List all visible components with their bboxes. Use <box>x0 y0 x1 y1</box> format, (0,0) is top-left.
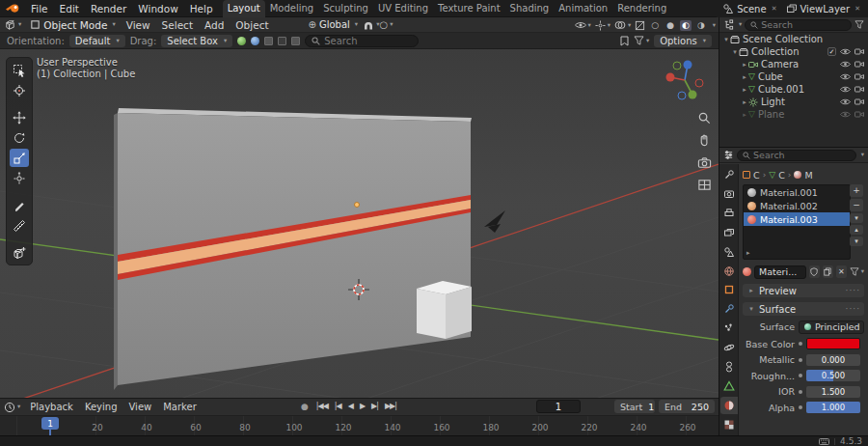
render-visibility-icon[interactable] <box>854 73 864 80</box>
falloff-sphere-icon[interactable] <box>237 37 246 45</box>
collection-checkbox[interactable]: ✓ <box>827 47 836 56</box>
current-frame-field[interactable]: 1 <box>536 400 581 413</box>
workspace-tab-rendering[interactable]: Rendering <box>612 0 671 17</box>
shading-wireframe-button[interactable]: ○ <box>649 20 661 31</box>
eye-icon[interactable] <box>840 98 851 105</box>
rotate-tool[interactable] <box>10 128 29 147</box>
tool-tab[interactable] <box>720 166 738 183</box>
expand-icon[interactable]: ▸ <box>741 61 748 69</box>
filter-funnel-icon[interactable]: ▾ <box>634 36 649 45</box>
menu-help[interactable]: Help <box>184 0 219 17</box>
visibility-icon[interactable]: ▾ <box>575 21 591 29</box>
render-visibility-icon[interactable] <box>854 61 864 68</box>
cursor-tool[interactable] <box>10 81 29 99</box>
menu-window[interactable]: Window <box>132 0 183 17</box>
scene-selector[interactable]: Scene <box>737 4 767 14</box>
browse-material-icon[interactable] <box>743 267 751 276</box>
render-visibility-icon[interactable] <box>854 98 864 105</box>
scale-tool[interactable] <box>10 149 29 167</box>
move-tool[interactable] <box>10 108 29 126</box>
gizmo-y-axis[interactable] <box>689 91 697 99</box>
properties-search[interactable] <box>737 150 856 161</box>
material-slot-row-selected[interactable]: Material.003 <box>744 212 850 226</box>
editor-type-timeline-icon[interactable]: ▾ <box>0 402 24 413</box>
expand-icon[interactable]: ▾ <box>722 36 730 43</box>
workspace-tab-layout[interactable]: Layout <box>223 0 265 17</box>
gizmo-z-neg[interactable] <box>678 92 686 99</box>
move-slot-up-button[interactable]: ▴ <box>850 225 863 235</box>
object-icon[interactable] <box>743 171 750 179</box>
eye-icon[interactable] <box>840 61 851 68</box>
outliner-row-plane[interactable]: ▸ ▽ Plane <box>719 108 868 121</box>
breadcrumb-object[interactable]: C <box>753 170 760 181</box>
light-object[interactable] <box>355 203 360 208</box>
drag-dropdown[interactable]: Select Box ▾ <box>161 35 232 47</box>
ortho-grid-icon[interactable] <box>695 176 713 193</box>
gizmo-z-axis[interactable] <box>684 61 692 70</box>
auto-key-button[interactable]: ● <box>297 402 312 411</box>
play-button[interactable]: ▶ <box>357 401 367 412</box>
decorator-dot[interactable] <box>799 342 802 346</box>
object-tab[interactable] <box>720 282 738 299</box>
constraints-tab[interactable] <box>720 358 738 376</box>
outliner-filter-icon[interactable] <box>854 20 864 29</box>
decorator-dot[interactable] <box>799 374 802 377</box>
zoom-icon[interactable] <box>695 109 713 126</box>
ior-slider[interactable]: 1.500 <box>806 386 860 398</box>
alpha-slider[interactable]: 1.000 <box>806 402 860 413</box>
add-cube-tool[interactable] <box>10 243 29 262</box>
menu-file[interactable]: File <box>25 0 54 17</box>
outliner-row-scene-collection[interactable]: ▾ Scene Collection <box>719 33 868 45</box>
shading-rendered-button[interactable]: ◑ <box>695 20 707 31</box>
transform-tool[interactable] <box>10 169 29 187</box>
eye-icon[interactable] <box>840 48 851 55</box>
pan-hand-icon[interactable] <box>695 131 713 149</box>
object-data-tab[interactable] <box>720 377 738 395</box>
xray-toggle-icon[interactable] <box>635 20 645 31</box>
workspace-tab-compositing[interactable]: Compositing <box>671 0 675 17</box>
eye-icon[interactable] <box>840 86 851 93</box>
outliner-display-mode-icon[interactable]: ▾ <box>739 21 742 28</box>
outliner-row-collection[interactable]: ▾ Collection ✓ <box>719 45 868 58</box>
remove-slot-button[interactable]: − <box>850 199 863 211</box>
search-input[interactable] <box>324 36 412 46</box>
gizmo-y-neg[interactable] <box>673 62 681 70</box>
prev-keyframe-button[interactable]: |◀ <box>332 401 344 412</box>
menu-add[interactable]: Add <box>199 17 230 33</box>
modifiers-tab[interactable] <box>720 300 738 318</box>
workspace-tab-uv-editing[interactable]: UV Editing <box>373 0 433 17</box>
outliner-row-cube[interactable]: ▸ ▽ Cube <box>719 70 868 83</box>
playhead[interactable]: 1 <box>41 417 59 430</box>
camera-object[interactable] <box>484 210 505 233</box>
proportional-editing-icon[interactable]: ○ ▾ <box>379 19 393 30</box>
fake-user-shield-icon[interactable] <box>809 265 820 278</box>
texture-tab[interactable] <box>720 416 738 433</box>
overlays-toggle-icon[interactable]: ▾ <box>614 20 631 30</box>
preview-section-header[interactable]: ▸ Preview ···· <box>743 284 864 297</box>
outliner-search[interactable] <box>745 19 852 31</box>
editor-type-outliner-icon[interactable] <box>723 19 734 30</box>
properties-search-input[interactable] <box>753 150 851 160</box>
outliner-row-light[interactable]: ▸ Light <box>719 96 868 108</box>
viewlayer-unlink-icon[interactable]: ✕ <box>853 5 862 13</box>
mode-dropdown[interactable]: Object Mode ▾ <box>25 17 120 33</box>
eye-icon[interactable] <box>840 73 851 80</box>
menu-view-timeline[interactable]: View <box>122 402 157 412</box>
menu-keying[interactable]: Keying <box>79 402 123 412</box>
material-icon[interactable] <box>794 171 801 179</box>
menu-edit[interactable]: Edit <box>54 0 85 17</box>
workspace-tab-sculpting[interactable]: Sculpting <box>318 0 373 17</box>
view-layer-tab[interactable] <box>720 224 738 241</box>
camera-view-icon[interactable] <box>695 153 713 171</box>
menu-select[interactable]: Select <box>156 17 199 33</box>
editor-type-properties-icon[interactable] <box>723 150 734 160</box>
breadcrumb-data[interactable]: C <box>778 170 785 181</box>
workspace-tab-animation[interactable]: Animation <box>554 0 612 17</box>
unlink-material-icon[interactable]: ✕ <box>836 265 847 278</box>
base-color-swatch[interactable] <box>806 338 860 349</box>
transform-orientation-dropdown[interactable]: ⊕ Global ▾ <box>304 17 364 33</box>
material-slot-row[interactable]: Material.002 <box>744 199 850 212</box>
texture-option-icon[interactable] <box>264 37 273 45</box>
shading-solid-button[interactable]: ● <box>665 20 676 31</box>
decorator-dot[interactable] <box>799 390 802 394</box>
